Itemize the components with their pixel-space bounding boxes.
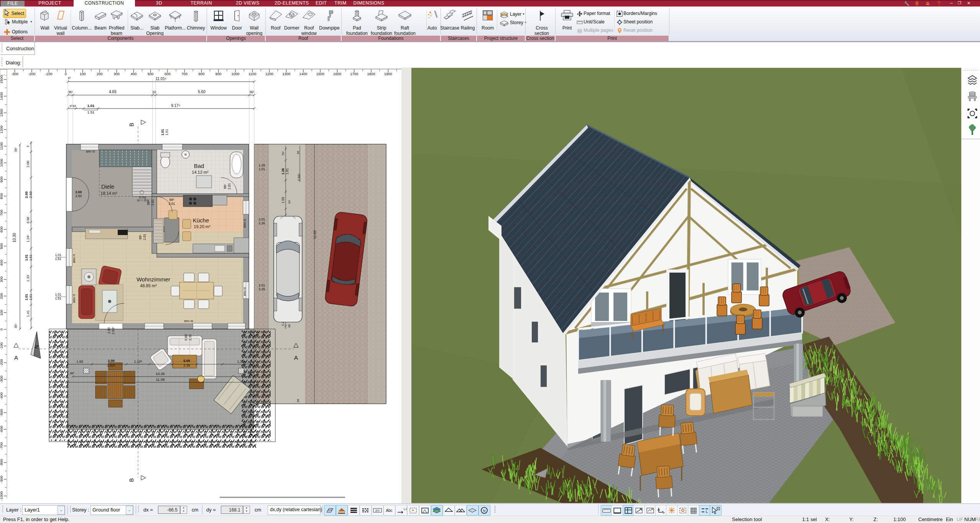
svg-text:1500: 1500 (316, 72, 324, 76)
svg-text:-800: -800 (0, 459, 3, 466)
svg-text:2.56⁵: 2.56⁵ (297, 173, 301, 181)
svg-text:2.01: 2.01 (143, 234, 146, 240)
svg-text:-100: -100 (0, 342, 3, 350)
svg-text:800: 800 (199, 72, 205, 76)
svg-text:18.14 m²: 18.14 m² (100, 191, 117, 196)
svg-text:900: 900 (0, 176, 3, 183)
svg-text:2.00: 2.00 (76, 190, 82, 194)
svg-text:-600: -600 (0, 426, 3, 433)
svg-text:36: 36 (288, 324, 291, 327)
svg-text:3: 3 (26, 145, 30, 147)
svg-text:0.90: 0.90 (26, 217, 30, 223)
svg-text:48.85 m²: 48.85 m² (140, 283, 157, 288)
svg-text:2.01: 2.01 (259, 283, 265, 287)
svg-text:BRH 75: BRH 75 (73, 254, 76, 263)
svg-text:700: 700 (0, 210, 3, 216)
svg-text:5.60: 5.60 (198, 90, 206, 94)
svg-text:2.00: 2.00 (107, 327, 111, 334)
svg-text:1.01: 1.01 (25, 294, 28, 300)
svg-text:36: 36 (296, 399, 300, 402)
svg-text:Wohnzimmer: Wohnzimmer (136, 276, 170, 283)
svg-text:88⁵: 88⁵ (169, 198, 174, 202)
svg-text:-700: -700 (0, 442, 3, 450)
svg-text:500: 500 (0, 243, 3, 249)
svg-text:14.12 m²: 14.12 m² (192, 170, 209, 174)
svg-text:10.30: 10.30 (12, 233, 16, 242)
svg-text:1.26: 1.26 (259, 163, 265, 167)
svg-text:100: 100 (80, 72, 86, 76)
svg-text:BRH 30: BRH 30 (243, 219, 246, 227)
svg-text:11.03: 11.03 (313, 230, 317, 239)
svg-text:-400: -400 (0, 392, 3, 400)
svg-text:1.59: 1.59 (281, 197, 285, 203)
svg-text:2.63⁵: 2.63⁵ (107, 363, 115, 367)
svg-text:1700: 1700 (350, 72, 358, 76)
svg-text:15 Stg.: 15 Stg. (139, 196, 147, 199)
svg-text:1100: 1100 (0, 142, 3, 150)
svg-text:B: B (128, 123, 135, 127)
svg-text:10: 10 (152, 90, 156, 94)
svg-text:1100: 1100 (248, 72, 256, 76)
svg-text:19.20 m²: 19.20 m² (194, 224, 210, 229)
svg-text:300: 300 (0, 276, 3, 283)
svg-text:-200: -200 (28, 72, 35, 76)
svg-text:N: N (483, 509, 486, 513)
svg-text:2.35: 2.35 (183, 363, 190, 367)
svg-text:2.63⁵: 2.63⁵ (111, 327, 115, 334)
svg-text:4.65: 4.65 (109, 90, 117, 94)
svg-text:Diele: Diele (101, 183, 114, 190)
svg-text:1.24⁵: 1.24⁵ (26, 235, 30, 242)
svg-text:6⁵83: 6⁵83 (70, 104, 76, 108)
svg-text:88⁵: 88⁵ (223, 184, 227, 189)
svg-text:1200: 1200 (0, 125, 3, 133)
svg-text:1.51: 1.51 (29, 294, 33, 300)
svg-text:1.51: 1.51 (55, 296, 61, 300)
svg-text:-900: -900 (0, 475, 3, 483)
svg-text:B: B (128, 478, 135, 482)
svg-text:11.08: 11.08 (156, 377, 164, 382)
svg-text:5.00: 5.00 (183, 359, 190, 363)
svg-text:1.65: 1.65 (76, 360, 83, 363)
svg-text:1.51: 1.51 (87, 110, 95, 114)
svg-text:Abc: Abc (386, 508, 392, 513)
svg-text:1.51: 1.51 (29, 254, 33, 261)
svg-text:36: 36 (296, 151, 300, 154)
svg-text:2.01: 2.01 (151, 199, 155, 206)
svg-text:6⁵: 6⁵ (68, 76, 71, 80)
svg-text:2.01: 2.01 (227, 183, 231, 189)
svg-text:A: A (14, 354, 18, 361)
svg-text:100: 100 (0, 310, 3, 316)
svg-text:2.01: 2.01 (169, 202, 175, 206)
svg-text:1300: 1300 (0, 109, 3, 117)
svg-text:1.32⁵: 1.32⁵ (237, 360, 245, 363)
svg-text:BRH 30: BRH 30 (243, 287, 246, 296)
svg-text:BRH 75: BRH 75 (86, 150, 95, 153)
svg-text:A: A (294, 354, 298, 361)
svg-text:BRH 75: BRH 75 (73, 294, 76, 303)
svg-text:1.33: 1.33 (26, 275, 30, 282)
svg-text:1800: 1800 (367, 72, 375, 76)
svg-text:BRH 26: BRH 26 (184, 320, 193, 322)
svg-text:10: 10 (288, 200, 291, 204)
svg-text:Küche: Küche (193, 217, 209, 224)
svg-text:1.01: 1.01 (55, 253, 61, 257)
svg-text:1000: 1000 (0, 159, 3, 167)
svg-text:79⁵: 79⁵ (281, 151, 285, 156)
svg-text:200: 200 (0, 293, 3, 299)
svg-text:900: 900 (215, 72, 222, 76)
svg-text:400: 400 (0, 260, 3, 266)
svg-text:1.01: 1.01 (259, 167, 265, 171)
svg-text:2.35: 2.35 (188, 334, 192, 340)
svg-text:1.01: 1.01 (285, 168, 289, 174)
svg-text:1.41: 1.41 (26, 310, 30, 317)
svg-text:36⁵: 36⁵ (70, 372, 74, 375)
svg-text:-200: -200 (0, 359, 3, 366)
svg-text:2.26: 2.26 (259, 287, 265, 291)
svg-text:2.01: 2.01 (259, 217, 265, 221)
svg-text:-500: -500 (0, 409, 3, 416)
svg-text:1300: 1300 (282, 72, 290, 76)
svg-text:1.51: 1.51 (55, 257, 61, 261)
svg-text:1600: 1600 (333, 72, 341, 76)
svg-text:1000: 1000 (231, 72, 239, 76)
svg-text:-1000: -1000 (0, 491, 3, 500)
